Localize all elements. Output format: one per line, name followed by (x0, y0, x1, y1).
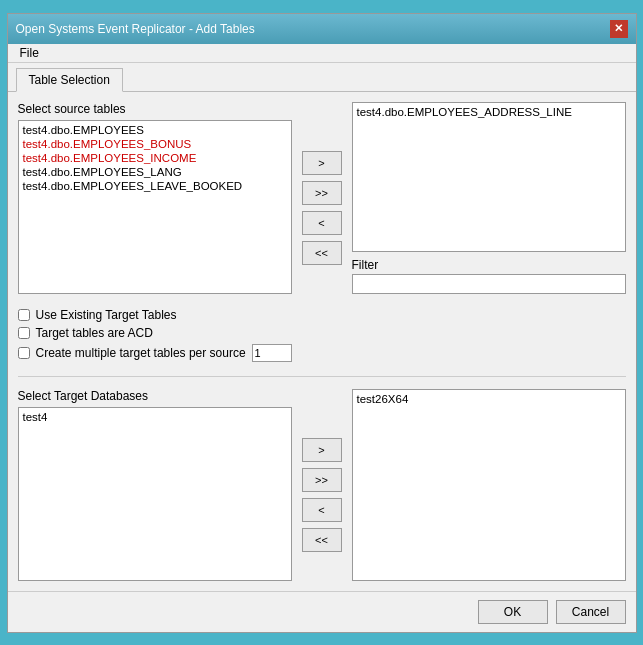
db-move-left-button[interactable]: < (302, 498, 342, 522)
multiple-row: Create multiple target tables per source (18, 344, 626, 362)
acd-row: Target tables are ACD (18, 326, 626, 340)
filter-area: Filter (352, 258, 626, 294)
bottom-middle-buttons: > >> < << (298, 389, 346, 581)
list-item[interactable]: test4 (21, 410, 289, 424)
source-list-box[interactable]: test4.dbo.EMPLOYEEStest4.dbo.EMPLOYEES_B… (18, 120, 292, 294)
source-db-area: Select Target Databases test4 (18, 389, 292, 581)
bottom-section: Select Target Databases test4 > >> < << … (18, 389, 626, 581)
top-section: Select source tables test4.dbo.EMPLOYEES… (18, 102, 626, 294)
filter-input[interactable] (352, 274, 626, 294)
list-item[interactable]: test4.dbo.EMPLOYEES_ADDRESS_LINE (355, 105, 623, 119)
target-table-list-box[interactable]: test4.dbo.EMPLOYEES_ADDRESS_LINE (352, 102, 626, 252)
ok-button[interactable]: OK (478, 600, 548, 624)
move-all-left-button[interactable]: << (302, 241, 342, 265)
db-move-all-left-button[interactable]: << (302, 528, 342, 552)
source-label: Select source tables (18, 102, 292, 116)
title-bar: Open Systems Event Replicator - Add Tabl… (8, 14, 636, 44)
options-area: Use Existing Target Tables Target tables… (18, 302, 626, 364)
target-db-column: test26X64 (352, 389, 626, 581)
list-item[interactable]: test26X64 (355, 392, 623, 406)
window-title: Open Systems Event Replicator - Add Tabl… (16, 22, 255, 36)
main-content: Select source tables test4.dbo.EMPLOYEES… (8, 92, 636, 591)
top-middle-buttons: > >> < << (298, 102, 346, 294)
acd-label: Target tables are ACD (36, 326, 153, 340)
use-existing-checkbox[interactable] (18, 309, 30, 321)
close-button[interactable]: ✕ (610, 20, 628, 38)
filter-label: Filter (352, 258, 379, 272)
list-item[interactable]: test4.dbo.EMPLOYEES_LANG (21, 165, 289, 179)
source-list-area: Select source tables test4.dbo.EMPLOYEES… (18, 102, 292, 294)
right-column: test4.dbo.EMPLOYEES_ADDRESS_LINE Filter (352, 102, 626, 294)
right-top: test4.dbo.EMPLOYEES_ADDRESS_LINE (352, 102, 626, 252)
use-existing-label: Use Existing Target Tables (36, 308, 177, 322)
list-item[interactable]: test4.dbo.EMPLOYEES_BONUS (21, 137, 289, 151)
footer: OK Cancel (8, 591, 636, 632)
use-existing-row: Use Existing Target Tables (18, 308, 626, 322)
divider (18, 376, 626, 377)
file-menu[interactable]: File (16, 44, 43, 62)
db-move-all-right-button[interactable]: >> (302, 468, 342, 492)
multiple-spinner[interactable] (252, 344, 292, 362)
menu-bar: File (8, 44, 636, 63)
db-move-right-button[interactable]: > (302, 438, 342, 462)
multiple-checkbox[interactable] (18, 347, 30, 359)
list-item[interactable]: test4.dbo.EMPLOYEES_LEAVE_BOOKED (21, 179, 289, 193)
list-item[interactable]: test4.dbo.EMPLOYEES_INCOME (21, 151, 289, 165)
move-right-button[interactable]: > (302, 151, 342, 175)
acd-checkbox[interactable] (18, 327, 30, 339)
target-db-label: Select Target Databases (18, 389, 292, 403)
move-left-button[interactable]: < (302, 211, 342, 235)
tab-bar: Table Selection (8, 63, 636, 92)
list-item[interactable]: test4.dbo.EMPLOYEES (21, 123, 289, 137)
target-db-list-box[interactable]: test26X64 (352, 389, 626, 581)
main-window: Open Systems Event Replicator - Add Tabl… (7, 13, 637, 633)
move-all-right-button[interactable]: >> (302, 181, 342, 205)
multiple-label: Create multiple target tables per source (36, 346, 246, 360)
source-db-list-box[interactable]: test4 (18, 407, 292, 581)
tab-table-selection[interactable]: Table Selection (16, 68, 123, 92)
cancel-button[interactable]: Cancel (556, 600, 626, 624)
